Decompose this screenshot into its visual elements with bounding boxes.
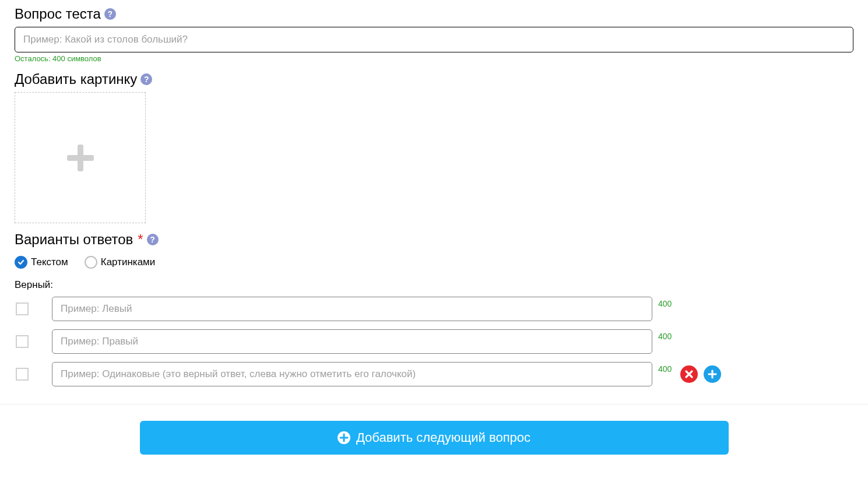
answer-mode-radios: Текстом Картинками	[15, 256, 853, 269]
image-section: Добавить картинку ?	[15, 71, 853, 223]
question-input[interactable]	[15, 27, 853, 52]
correct-label: Верный:	[15, 279, 853, 291]
answer-input[interactable]	[52, 362, 652, 386]
required-star: *	[138, 231, 143, 248]
question-heading-text: Вопрос теста	[15, 6, 101, 22]
answer-char-counter: 400	[658, 299, 674, 308]
answer-char-counter: 400	[658, 364, 674, 374]
remove-answer-button[interactable]	[680, 365, 698, 383]
correct-checkbox[interactable]	[16, 302, 29, 315]
add-button-label: Добавить следующий вопрос	[356, 430, 530, 445]
question-char-counter: Осталось: 400 символов	[15, 54, 853, 63]
correct-checkbox[interactable]	[16, 335, 29, 348]
close-icon	[684, 370, 694, 379]
correct-checkbox[interactable]	[16, 368, 29, 381]
help-icon[interactable]: ?	[104, 8, 116, 20]
answer-row: 400	[15, 329, 853, 354]
check-icon	[17, 259, 24, 266]
add-next-question-button[interactable]: Добавить следующий вопрос	[140, 421, 729, 455]
answers-section: Варианты ответов * ? Текстом Картинками …	[15, 231, 853, 386]
answer-input[interactable]	[52, 329, 652, 354]
answer-row: 400	[15, 362, 853, 386]
radio-images-mode[interactable]: Картинками	[85, 256, 156, 269]
radio-text-mode[interactable]: Текстом	[15, 256, 68, 269]
answer-char-counter: 400	[658, 332, 674, 341]
question-heading: Вопрос теста ?	[15, 6, 853, 22]
image-dropzone[interactable]	[15, 92, 146, 223]
radio-circle-selected	[15, 256, 27, 269]
help-icon[interactable]: ?	[140, 73, 152, 85]
image-heading-text: Добавить картинку	[15, 71, 137, 87]
answer-input[interactable]	[52, 297, 652, 321]
plus-icon	[708, 370, 717, 379]
answers-heading: Варианты ответов * ?	[15, 231, 853, 248]
image-heading: Добавить картинку ?	[15, 71, 853, 87]
radio-circle	[85, 256, 97, 269]
radio-text-label: Текстом	[31, 256, 68, 268]
plus-icon	[65, 142, 96, 174]
radio-images-label: Картинками	[101, 256, 156, 268]
plus-circle-icon	[338, 431, 350, 444]
divider	[0, 404, 868, 404]
svg-rect-1	[67, 155, 94, 161]
help-icon[interactable]: ?	[147, 234, 159, 245]
answer-row: 400	[15, 297, 853, 321]
add-answer-button[interactable]	[704, 365, 721, 383]
answers-heading-text: Варианты ответов	[15, 231, 133, 248]
question-section: Вопрос теста ? Осталось: 400 символов	[15, 6, 853, 63]
